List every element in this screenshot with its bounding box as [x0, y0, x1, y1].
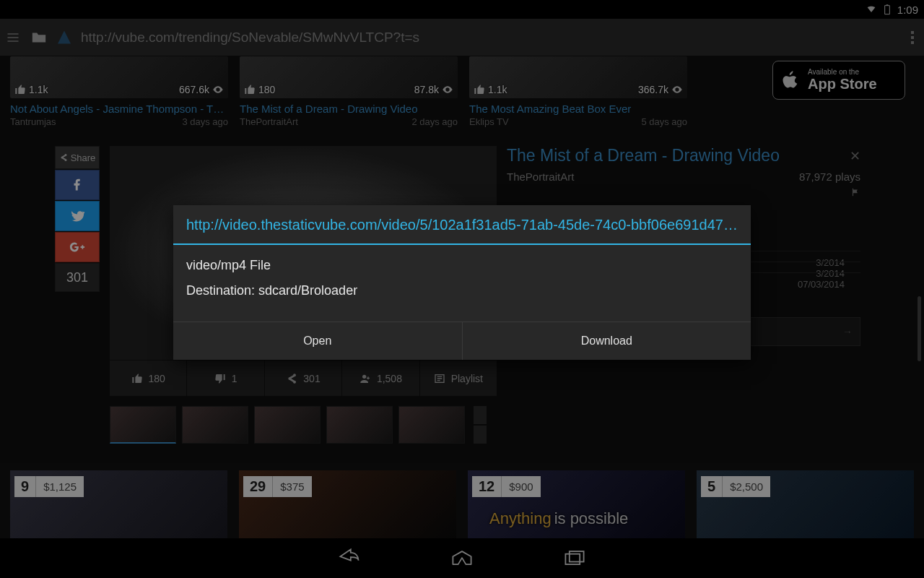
download-dialog: http://video.thestaticvube.com/video/5/1… — [173, 205, 751, 360]
open-button[interactable]: Open — [173, 322, 463, 360]
dialog-filetype: video/mp4 File — [186, 258, 738, 273]
dialog-destination: Destination: sdcard/Broloader — [186, 283, 738, 298]
dialog-url: http://video.thestaticvube.com/video/5/1… — [173, 205, 751, 243]
download-button[interactable]: Download — [463, 322, 751, 360]
